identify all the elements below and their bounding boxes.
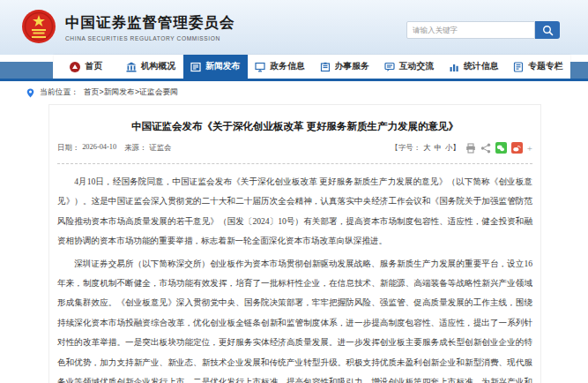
article-paragraph: 4月10日，经国务院同意，中国证监会发布《关于深化创业板改革 更好服务新质生产力…	[57, 172, 532, 252]
tab-services[interactable]: 办事服务	[312, 55, 376, 79]
date-label: 日期：	[57, 143, 79, 153]
font-size-small[interactable]: 小】	[445, 144, 460, 152]
font-size-large[interactable]: 大	[423, 144, 430, 152]
tab-news-label: 新闻发布	[205, 61, 240, 72]
article-paragraph: 深圳证券交易所（以下简称深交所）创业板作为资本市场贯彻创新驱动发展战略、服务新质…	[57, 254, 532, 383]
national-emblem-icon	[21, 8, 56, 47]
weibo-share-icon[interactable]	[511, 142, 523, 154]
tab-special-topics[interactable]: 专题专栏	[506, 55, 570, 79]
more-share-button[interactable]: +	[527, 143, 532, 154]
breadcrumb-path[interactable]: 首页>新闻发布>证监会要闻	[84, 87, 178, 98]
article-container: 中国证监会发布《关于深化创业板改革 更好服务新质生产力发展的意见》 日期： 20…	[48, 104, 541, 383]
main-nav: 首页 机构概况 新闻发	[0, 55, 588, 81]
document-icon	[513, 62, 524, 72]
tab-interaction-label: 互动交流	[399, 61, 434, 72]
tab-gov-info-label: 政务信息	[270, 61, 304, 72]
search-icon	[542, 25, 554, 36]
font-size-prefix: 【字号：	[391, 144, 421, 152]
article-meta: 日期： 2026-04-10 来源： 证监会 【字号： 大 中 小】	[57, 142, 532, 154]
brand-text: 中国证券监督管理委员会 CHINA SECURITIES REGULATORY …	[65, 13, 235, 41]
org-name-en: CHINA SECURITIES REGULATORY COMMISSION	[65, 35, 235, 41]
breadcrumb: 当前位置： 首页>新闻发布>证监会要闻	[0, 81, 588, 104]
tab-interaction[interactable]: 互动交流	[376, 55, 441, 79]
nav-underline	[0, 79, 588, 81]
tab-organization[interactable]: 机构概况	[118, 55, 182, 79]
search-button[interactable]	[535, 21, 560, 39]
source-label: 来源：	[124, 143, 146, 153]
csrc-news-page: 中国证券监督管理委员会 CHINA SECURITIES REGULATORY …	[0, 0, 588, 383]
tab-home[interactable]: 首页	[54, 55, 118, 79]
tab-organization-label: 机构概况	[141, 61, 175, 72]
newspaper-icon	[190, 62, 201, 72]
font-size-control: 【字号： 大 中 小】	[391, 143, 461, 153]
wechat-share-icon[interactable]	[495, 142, 507, 154]
site-brand[interactable]: 中国证券监督管理委员会 CHINA SECURITIES REGULATORY …	[21, 8, 235, 47]
site-search	[406, 21, 560, 39]
tab-news[interactable]: 新闻发布	[183, 55, 248, 79]
share-icon[interactable]	[480, 143, 491, 154]
tab-services-label: 办事服务	[335, 61, 369, 72]
nav-left-decor	[0, 62, 53, 79]
building-icon	[126, 62, 137, 72]
article-date: 2026-04-10	[82, 143, 116, 153]
tab-special-topics-label: 专题专栏	[528, 61, 562, 72]
speech-bubble-icon	[384, 62, 395, 72]
search-input[interactable]	[406, 21, 535, 39]
site-header: 中国证券监督管理委员会 CHINA SECURITIES REGULATORY …	[0, 0, 588, 55]
article-title: 中国证监会发布《关于深化创业板改革 更好服务新质生产力发展的意见》	[57, 120, 532, 133]
tab-statistics[interactable]: 统计信息	[442, 55, 506, 79]
csrc-round-logo-icon	[70, 62, 80, 72]
dashed-divider	[57, 163, 532, 164]
printer-icon[interactable]	[465, 143, 476, 154]
tab-statistics-label: 统计信息	[464, 61, 498, 72]
nav-right-decor	[570, 62, 588, 79]
article-tools: 【字号： 大 中 小】	[391, 142, 533, 154]
breadcrumb-label: 当前位置：	[40, 87, 78, 98]
bar-chart-icon	[449, 62, 459, 72]
article-body: 4月10日，经国务院同意，中国证监会发布《关于深化创业板改革 更好服务新质生产力…	[57, 172, 532, 383]
article-meta-left: 日期： 2026-04-10 来源： 证监会	[57, 143, 171, 153]
article-source: 证监会	[149, 143, 171, 153]
org-name-cn: 中国证券监督管理委员会	[65, 13, 235, 33]
font-size-medium[interactable]: 中	[435, 144, 442, 152]
tab-home-label: 首页	[85, 61, 102, 72]
tab-gov-info[interactable]: 政务信息	[248, 55, 312, 79]
location-pin-icon	[26, 88, 34, 98]
clipboard-icon	[320, 62, 331, 72]
monitor-icon	[255, 62, 265, 72]
